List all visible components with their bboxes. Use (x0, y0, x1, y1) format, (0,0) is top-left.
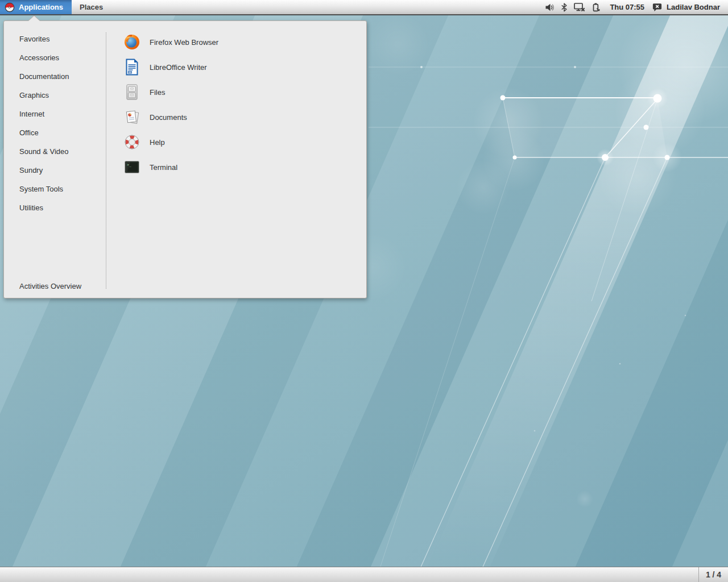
applications-button[interactable]: Applications (0, 0, 72, 14)
places-label: Places (80, 3, 103, 11)
app-list: Firefox Web Browser LibreOffice Writer (119, 30, 359, 180)
sidebar-item-office[interactable]: Office (4, 123, 106, 142)
app-label: Documents (150, 113, 187, 122)
help-icon (123, 133, 141, 151)
bottom-bar: 1 / 4 (0, 567, 728, 582)
terminal-icon: >_ (123, 158, 141, 176)
app-item-documents[interactable]: Documents (119, 105, 359, 130)
top-bar-spacer (111, 0, 543, 14)
sidebar-item-accessories[interactable]: Accessories (4, 48, 106, 67)
sidebar-item-sound-video[interactable]: Sound & Video (4, 142, 106, 161)
libreoffice-writer-icon (123, 58, 141, 76)
sidebar-item-system-tools[interactable]: System Tools (4, 180, 106, 198)
app-label: Terminal (150, 163, 177, 172)
sidebar-item-utilities[interactable]: Utilities (4, 198, 106, 217)
volume-icon (545, 3, 555, 12)
svg-text:>_: >_ (127, 163, 131, 167)
sidebar-item-internet[interactable]: Internet (4, 105, 106, 123)
sidebar-item-sundry[interactable]: Sundry (4, 161, 106, 180)
distro-logo-icon (5, 2, 15, 13)
desktop: Applications Places (0, 0, 728, 582)
status-area[interactable]: Thu 07:55 (543, 0, 647, 14)
app-item-libreoffice-writer[interactable]: LibreOffice Writer (119, 55, 359, 80)
sidebar-item-documentation[interactable]: Documentation (4, 67, 106, 86)
workspace-indicator[interactable]: 1 / 4 (698, 567, 728, 582)
applications-menu: Favorites Accessories Documentation Grap… (3, 20, 367, 298)
app-label: LibreOffice Writer (150, 63, 207, 72)
app-item-firefox-web-browser[interactable]: Firefox Web Browser (119, 30, 359, 55)
activities-overview-button[interactable]: Activities Overview (19, 282, 81, 290)
chat-status-icon (652, 3, 662, 12)
app-item-help[interactable]: Help (119, 130, 359, 155)
clock[interactable]: Thu 07:55 (610, 3, 644, 11)
top-bar: Applications Places (0, 0, 728, 15)
app-label: Firefox Web Browser (150, 38, 218, 47)
menu-divider (106, 32, 106, 289)
user-menu[interactable]: Ladilav Bodnar (647, 0, 728, 14)
menu-pointer (28, 16, 40, 21)
battery-icon (592, 3, 600, 12)
app-item-terminal[interactable]: >_ Terminal (119, 155, 359, 180)
applications-label: Applications (19, 3, 63, 11)
network-offline-icon (574, 3, 585, 12)
category-list: Favorites Accessories Documentation Grap… (4, 30, 106, 217)
app-label: Files (150, 88, 165, 97)
firefox-icon (123, 33, 141, 51)
places-button[interactable]: Places (72, 0, 111, 14)
bluetooth-icon (561, 3, 567, 12)
user-name: Ladilav Bodnar (667, 3, 720, 11)
sidebar-item-graphics[interactable]: Graphics (4, 86, 106, 105)
app-label: Help (150, 138, 165, 147)
files-icon (123, 83, 141, 101)
documents-icon (123, 108, 141, 126)
app-item-files[interactable]: Files (119, 80, 359, 105)
sidebar-item-favorites[interactable]: Favorites (4, 30, 106, 48)
